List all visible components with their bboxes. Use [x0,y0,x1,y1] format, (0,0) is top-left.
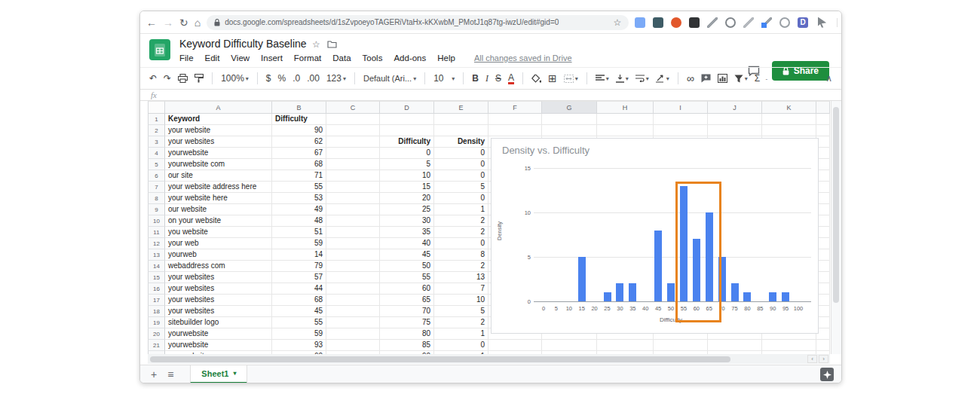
cell[interactable]: 2 [434,261,488,272]
cell[interactable]: 35 [380,227,434,238]
cell[interactable] [326,238,380,249]
menu-item-addons[interactable]: Add-ons [394,53,426,63]
cell[interactable] [326,148,380,159]
fill-color-icon[interactable] [531,74,541,83]
row-number[interactable]: 8 [148,193,165,204]
cell[interactable]: yourwebsite com [165,159,272,170]
cell[interactable]: your web [165,238,272,249]
increase-decimal-button[interactable]: .00 [307,73,320,84]
cell[interactable]: our site [165,170,272,182]
cell[interactable]: 62 [272,136,326,148]
select-all-corner[interactable] [148,101,165,114]
cell[interactable]: 15 [380,182,434,193]
row-number[interactable]: 19 [148,317,165,328]
functions-icon[interactable]: Σ - [755,73,767,84]
cell[interactable] [488,340,542,351]
cell[interactable]: your websites [165,283,272,295]
cell[interactable]: Difficulty [272,114,326,125]
vertical-scrollbar-thumb[interactable] [833,107,839,303]
cell[interactable] [326,182,380,193]
insert-chart-icon[interactable] [718,74,727,83]
cell[interactable] [654,114,708,125]
extension-icon-1[interactable] [635,17,645,28]
menu-item-file[interactable]: File [179,53,194,63]
cell[interactable]: 30 [380,215,434,227]
font-size-select[interactable]: 10 ▾ [433,73,455,84]
cell[interactable] [488,114,542,125]
cell[interactable]: 44 [272,283,326,295]
insert-comment-icon[interactable] [701,74,711,83]
cell[interactable] [762,125,816,136]
row-number[interactable]: 6 [148,170,165,182]
refresh-icon[interactable]: ↻ [179,17,188,28]
move-folder-icon[interactable] [327,40,337,48]
cell[interactable] [597,340,654,351]
horizontal-scrollbar-thumb[interactable] [150,356,730,362]
cell[interactable]: Difficulty [380,136,434,148]
format-currency-button[interactable]: $ [266,73,271,84]
cell[interactable]: 10 [380,170,434,182]
cell[interactable]: 5 [434,182,488,193]
menu-item-tools[interactable]: Tools [363,53,383,63]
cell[interactable] [326,136,380,148]
cell[interactable]: 59 [272,328,326,340]
menu-item-edit[interactable]: Edit [205,53,220,63]
cell[interactable]: your website [165,125,272,136]
cell[interactable]: 55 [272,182,326,193]
cell[interactable] [326,114,380,125]
cell[interactable]: 10 [434,295,488,306]
vertical-align-icon[interactable]: ▾ [616,75,629,83]
cell[interactable]: 55 [380,272,434,283]
cell[interactable] [326,159,380,170]
address-bar[interactable]: docs.google.com/spreadsheets/d/1sZvpoeyo… [207,15,629,30]
cell[interactable]: your websites [165,295,272,306]
text-rotation-icon[interactable]: ▾ [656,75,669,83]
cell[interactable] [326,340,380,351]
cell[interactable]: 2 [434,317,488,328]
cell[interactable] [326,306,380,317]
horizontal-scrollbar[interactable]: ‹ › [148,354,830,364]
cell[interactable] [708,340,762,351]
home-icon[interactable]: ⌂ [194,17,201,28]
cell[interactable] [816,114,830,125]
column-header-e[interactable]: E [434,101,488,114]
cell[interactable] [762,340,816,351]
row-number[interactable]: 3 [148,136,165,148]
cell[interactable]: 57 [272,272,326,283]
insert-link-icon[interactable]: ∞ [687,72,694,84]
cell[interactable] [326,283,380,295]
cell[interactable] [326,204,380,215]
row-number[interactable]: 5 [148,159,165,170]
cell[interactable]: 5 [380,159,434,170]
menu-item-insert[interactable]: Insert [261,53,283,63]
cell[interactable]: 48 [272,215,326,227]
extension-icon-9[interactable] [779,17,790,28]
cell[interactable]: webaddress com [165,261,272,272]
cell[interactable] [326,249,380,261]
add-sheet-icon[interactable]: + [151,369,157,380]
scroll-right-arrow[interactable]: › [819,355,828,363]
extension-icon-5[interactable] [707,17,718,28]
cell[interactable] [816,125,830,136]
cell[interactable]: 65 [380,295,434,306]
back-icon[interactable]: ← [146,17,157,28]
cell[interactable]: 1 [434,204,488,215]
cell[interactable] [380,114,434,125]
cell[interactable] [762,114,816,125]
row-number[interactable]: 12 [148,238,165,249]
font-select[interactable]: Default (Ari...▾ [363,74,416,83]
cell[interactable]: 93 [272,340,326,351]
row-number[interactable]: 7 [148,182,165,193]
row-number[interactable]: 17 [148,295,165,306]
cell[interactable]: your websites [165,272,272,283]
undo-icon[interactable]: ↶ [149,73,157,84]
column-header-d[interactable]: D [380,101,434,114]
cell[interactable] [654,340,708,351]
cell[interactable] [326,295,380,306]
cell[interactable]: you website [165,227,272,238]
cell[interactable] [654,125,708,136]
cell[interactable]: 68 [272,295,326,306]
cell[interactable]: 0 [434,238,488,249]
bookmark-star-icon[interactable]: ☆ [613,17,621,28]
cell[interactable]: 75 [380,317,434,328]
